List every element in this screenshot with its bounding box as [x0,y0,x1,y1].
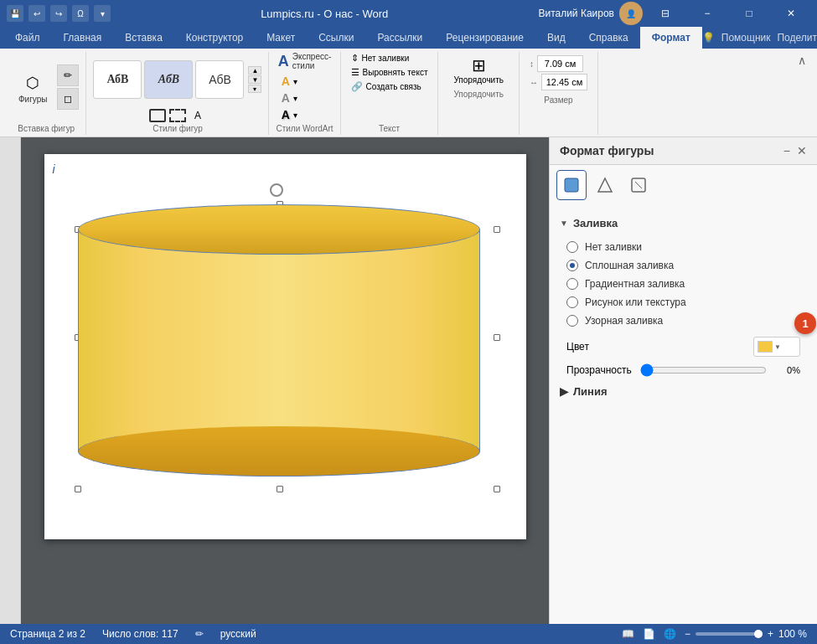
minimize-button[interactable]: − [688,0,727,27]
radio-pattern-fill [566,315,578,327]
group-size: ↕ ↔ Размер [520,52,598,135]
shape-wrapper[interactable] [78,204,497,489]
ribbon-collapse-btn[interactable]: ∧ [794,52,810,69]
text-direction-btn[interactable]: ⇕ Нет заливки [348,52,413,64]
merge-shapes-btn[interactable]: ◻ [57,88,79,110]
zoom-slider[interactable] [695,632,763,636]
badge-1: 1 [794,312,816,334]
color-row: Цвет ▼ 1 [550,333,817,360]
option-no-fill[interactable]: Нет заливки [566,241,800,253]
transparency-slider[interactable] [640,363,767,377]
text-effect-icon: A [282,108,290,121]
link-icon: 🔗 [351,81,363,92]
tab-home[interactable]: Главная [52,27,114,49]
omega-icon[interactable]: Ω [72,5,89,22]
lightbulb-icon[interactable]: 💡 [702,32,715,44]
print-layout-icon[interactable]: 📄 [643,628,655,640]
option-solid-fill[interactable]: Сплошная заливка [566,260,800,271]
shapes-button[interactable]: ⬡ Фигуры [13,68,52,107]
share-btn[interactable]: Поделиться [777,32,817,44]
tab-insert[interactable]: Вставка [113,27,174,49]
style-btn-1[interactable]: АбВ [93,60,142,99]
align-text-btn[interactable]: ☰ Выровнять текст [348,66,432,79]
text-outline-btn[interactable]: A ▾ [278,90,301,106]
ribbon-toggle[interactable]: ⊟ [646,0,685,27]
group-wordart-label: Стили WordArt [276,124,333,135]
color-swatch [758,341,773,353]
undo-icon[interactable]: ↩ [28,5,45,22]
tab-mailings[interactable]: Рассылки [365,27,434,49]
cylinder-shape[interactable] [78,204,480,472]
group-shape-styles-label: Стили фигур [153,124,203,135]
tab-shape[interactable] [590,170,620,200]
main-area: i [0,137,817,644]
radio-solid-fill [566,260,578,271]
ruler-left [0,137,21,644]
arrange-button[interactable]: ⊞ Упорядочить [445,52,512,88]
styles-scroll-up[interactable]: ▲ [248,66,261,75]
wordart-icon[interactable]: A [278,53,289,70]
title-bar: 💾 ↩ ↪ Ω ▾ Lumpics.ru - О нас - Word Вита… [0,0,817,27]
handle-br[interactable] [494,486,500,492]
ribbon-tab-bar: Файл Главная Вставка Конструктор Макет С… [0,27,817,49]
redo-icon[interactable]: ↪ [50,5,67,22]
format-panel: Формат фигуры − ✕ ▼ Заливка [549,137,817,644]
styles-scroll-expand[interactable]: ▾ [248,85,261,93]
text-effect-btn[interactable]: A ▾ [278,107,301,122]
rotate-handle[interactable] [270,183,283,197]
handle-bl[interactable] [75,486,81,492]
read-mode-icon[interactable]: 📖 [622,628,634,640]
style-btn-3[interactable]: АбВ [195,60,244,99]
tab-design[interactable]: Конструктор [174,27,255,49]
quick-access-more[interactable]: ▾ [94,5,111,22]
tab-layout[interactable]: Макет [255,27,307,49]
styles-scroll-down[interactable]: ▼ [248,75,261,84]
document-page[interactable]: i [44,154,526,539]
style-btn-2[interactable]: АбВ [144,60,193,99]
tab-effects[interactable] [623,170,654,200]
title-bar-left: 💾 ↩ ↪ Ω ▾ [7,5,111,22]
panel-close-btn[interactable]: ✕ [797,144,807,157]
avatar[interactable]: 👤 [619,2,643,25]
shape-fill-btn[interactable] [149,109,166,122]
line-section-header[interactable]: ▶ Линия [550,380,817,403]
fill-section-header[interactable]: ▼ Заливка [550,212,817,234]
save-icon[interactable]: 💾 [7,5,23,22]
zoom-in-icon[interactable]: + [768,628,773,640]
maximize-button[interactable]: □ [730,0,768,27]
shape-effect-btn[interactable]: A [189,109,206,122]
width-input[interactable] [541,74,587,90]
group-arrange: ⊞ Упорядочить Упорядочить [438,52,520,135]
text-outline-icon: A [282,91,290,105]
close-button[interactable]: ✕ [772,0,810,27]
edit-shape-btn[interactable]: ✏ [57,64,79,86]
page-info: Страница 2 из 2 [10,628,85,640]
web-view-icon[interactable]: 🌐 [664,628,676,640]
tab-help[interactable]: Справка [577,27,640,49]
option-gradient-fill[interactable]: Градиентная заливка [566,278,800,290]
color-picker-button[interactable]: ▼ 1 [753,337,800,357]
create-link-btn[interactable]: 🔗 Создать связь [348,80,425,93]
tab-fill[interactable] [556,170,587,200]
express-styles-btn[interactable]: Экспресс-стили [292,52,332,70]
text-fill-btn[interactable]: A ▾ [278,74,301,89]
option-pattern-fill[interactable]: Узорная заливка [566,315,800,327]
handle-tr[interactable] [494,226,500,233]
tab-file[interactable]: Файл [3,27,52,49]
group-shape-styles: АбВ АбВ АбВ ▲ ▼ ▾ A Стили фигур [86,52,269,135]
tab-review[interactable]: Рецензирование [434,27,535,49]
handle-bc[interactable] [277,486,283,492]
panel-minimize-btn[interactable]: − [783,144,790,157]
handle-mr[interactable] [494,334,500,341]
zoom-out-icon[interactable]: − [685,628,690,640]
height-input[interactable] [537,55,583,72]
option-picture-texture[interactable]: Рисунок или текстура [566,296,800,308]
svg-marker-1 [598,178,612,192]
tab-view[interactable]: Вид [535,27,577,49]
tab-format[interactable]: Формат [640,27,702,49]
shape-outline-btn[interactable] [169,109,186,122]
help-share[interactable]: Помощник [721,32,771,44]
group-wordart-styles: A Экспресс-стили A ▾ A ▾ A ▾ Стили WordA… [269,52,340,135]
page-text: i [53,162,55,176]
tab-references[interactable]: Ссылки [307,27,365,49]
